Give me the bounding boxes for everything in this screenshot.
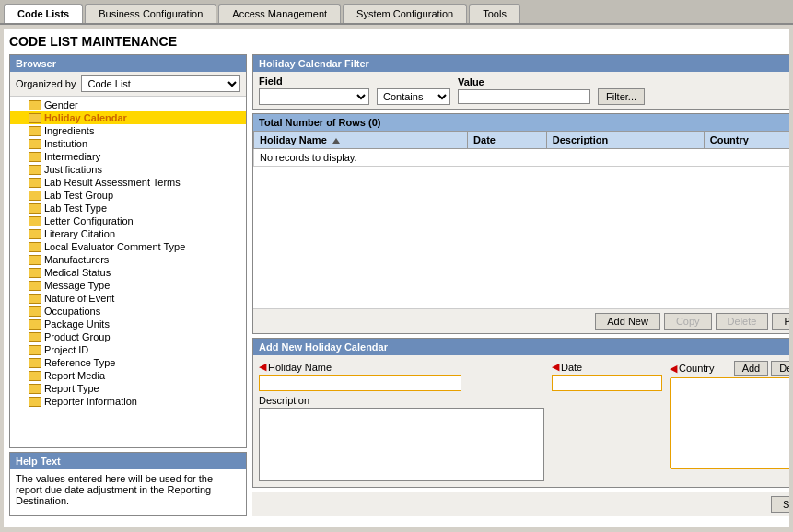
tree-item-institution[interactable]: Institution: [10, 137, 246, 150]
folder-icon: [29, 139, 41, 149]
holiday-name-field: ◀ Holiday Name: [259, 361, 544, 391]
contains-select[interactable]: Contains: [377, 88, 450, 105]
folder-icon: [29, 306, 41, 317]
print-button[interactable]: Print: [772, 313, 789, 330]
help-header: Help Text: [10, 453, 246, 469]
tab-code-lists[interactable]: Code Lists: [4, 4, 83, 23]
tree-item-manufacturers[interactable]: Manufacturers: [10, 253, 246, 266]
tree-item-intermediary[interactable]: Intermediary: [10, 150, 246, 163]
tree-item-literary-citation[interactable]: Literary Citation: [10, 227, 246, 240]
bottom-bar: Save: [252, 492, 789, 516]
tree-item-package-units[interactable]: Package Units: [10, 318, 246, 330]
description-label: Description: [259, 395, 544, 406]
tree-item-label: Holiday Calendar: [44, 112, 127, 123]
tree-item-label: Reference Type: [44, 357, 115, 368]
folder-icon: [29, 255, 41, 265]
help-body: The values entered here will be used for…: [10, 469, 246, 515]
col-country[interactable]: Country: [704, 132, 789, 149]
col-holiday-name[interactable]: Holiday Name: [254, 132, 468, 149]
tab-system-config[interactable]: System Configuration: [343, 4, 467, 23]
col-date[interactable]: Date: [468, 132, 547, 149]
country-section: ◀ Country Add Delete: [670, 361, 789, 481]
tree-item-medical-status[interactable]: Medical Status: [10, 266, 246, 279]
tab-business-config[interactable]: Business Configuration: [85, 4, 216, 23]
add-new-button[interactable]: Add New: [595, 313, 660, 330]
date-label: ◀ Date: [552, 361, 662, 373]
description-textarea[interactable]: [259, 408, 544, 481]
data-table: Holiday Name Date Description Country No…: [253, 131, 789, 167]
tree-item-report-media[interactable]: Report Media: [10, 369, 246, 382]
tree-item-project-id[interactable]: Project ID: [10, 343, 246, 356]
tree-item-gender[interactable]: Gender: [10, 98, 246, 111]
organized-by-label: Organized by: [16, 78, 76, 89]
country-add-button[interactable]: Add: [734, 361, 769, 376]
folder-icon: [29, 203, 41, 214]
folder-icon: [29, 281, 41, 291]
delete-button[interactable]: Delete: [716, 313, 769, 330]
tree-item-reference-type[interactable]: Reference Type: [10, 356, 246, 369]
tree-item-justifications[interactable]: Justifications: [10, 163, 246, 176]
tree-item-label: Local Evaluator Comment Type: [44, 241, 185, 252]
tree-item-lab-test-group[interactable]: Lab Test Group: [10, 189, 246, 202]
folder-icon: [29, 152, 41, 162]
help-panel: Help Text The values entered here will b…: [9, 452, 247, 516]
tree-item-local-evaluator[interactable]: Local Evaluator Comment Type: [10, 240, 246, 253]
tree-item-product-group[interactable]: Product Group: [10, 330, 246, 343]
tree-item-lab-test-type[interactable]: Lab Test Type: [10, 202, 246, 214]
tree-item-label: Project ID: [44, 344, 88, 355]
tree-item-reporter-info[interactable]: Reporter Information: [10, 395, 246, 408]
tree-item-letter-config[interactable]: Letter Configuration: [10, 214, 246, 227]
folder-icon: [29, 178, 41, 188]
tree-item-label: Gender: [44, 99, 78, 110]
country-list[interactable]: [670, 377, 789, 469]
country-delete-button[interactable]: Delete: [771, 361, 789, 376]
country-label: ◀ Country: [670, 363, 715, 375]
contains-column: Contains: [377, 88, 450, 105]
field-select[interactable]: [259, 88, 369, 105]
folder-icon: [29, 397, 41, 407]
tree-item-occupations[interactable]: Occupations: [10, 305, 246, 318]
no-data-cell: No records to display.: [254, 149, 790, 167]
tab-tools[interactable]: Tools: [469, 4, 520, 23]
folder-icon: [29, 242, 41, 252]
tree-item-label: Intermediary: [44, 151, 100, 162]
organized-by-select[interactable]: Code List: [81, 75, 240, 92]
value-input[interactable]: [458, 89, 590, 104]
tree-item-holiday-calendar[interactable]: Holiday Calendar: [10, 111, 246, 124]
tree-item-nature-of-event[interactable]: Nature of Event: [10, 292, 246, 305]
save-button[interactable]: Save: [771, 496, 789, 513]
country-header: ◀ Country Add Delete: [670, 361, 789, 376]
sort-icon: [332, 138, 340, 144]
tree-item-lab-result[interactable]: Lab Result Assessment Terms: [10, 176, 246, 189]
tab-access-management[interactable]: Access Management: [218, 4, 341, 23]
col-description[interactable]: Description: [546, 132, 704, 149]
folder-icon: [29, 358, 41, 368]
tree-item-label: Lab Test Group: [44, 190, 113, 201]
required-icon-name: ◀: [259, 361, 266, 373]
holiday-name-input[interactable]: [259, 375, 461, 391]
tree-item-label: Product Group: [44, 331, 111, 342]
tree-item-label: Report Media: [44, 370, 105, 381]
tree-item-label: Reporter Information: [44, 396, 137, 407]
required-icon-country: ◀: [670, 363, 677, 375]
required-icon-date: ◀: [552, 361, 559, 373]
table-section: Total Number of Rows (0) Holiday Name Da…: [252, 113, 789, 334]
tree-item-message-type[interactable]: Message Type: [10, 279, 246, 292]
folder-icon: [29, 384, 41, 394]
date-input[interactable]: [552, 375, 662, 391]
filter-button[interactable]: Filter...: [598, 88, 645, 105]
value-label: Value: [458, 76, 590, 87]
tree-item-label: Manufacturers: [44, 254, 109, 265]
filter-section: Holiday Calendar Filter Field Contains: [252, 54, 789, 110]
tree-item-ingredients[interactable]: Ingredients: [10, 124, 246, 137]
tree-item-label: Justifications: [44, 164, 102, 175]
value-column: Value: [458, 76, 590, 104]
add-new-section: Add New Holiday Calendar ◀ Holiday Name …: [252, 338, 789, 488]
tree-item-report-type[interactable]: Report Type: [10, 382, 246, 395]
tree-item-label: Ingredients: [44, 125, 94, 136]
copy-button[interactable]: Copy: [664, 313, 712, 330]
left-fields: ◀ Holiday Name Description: [259, 361, 544, 481]
field-column: Field: [259, 75, 369, 105]
tree-item-label: Report Type: [44, 383, 99, 394]
browser-panel: Browser Organized by Code List Gender Ho…: [9, 54, 247, 448]
